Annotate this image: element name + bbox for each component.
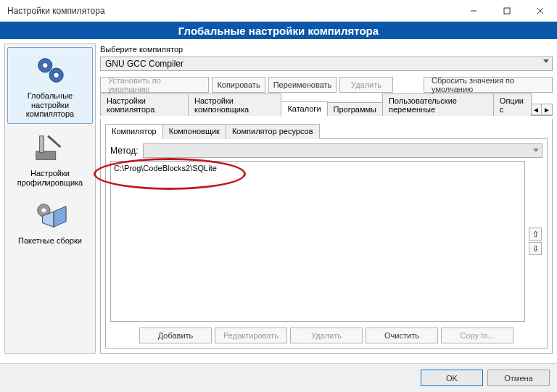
reset-defaults-button[interactable]: Сбросить значения по умолчанию [424, 77, 553, 93]
svg-marker-13 [54, 207, 66, 228]
svg-rect-1 [504, 8, 510, 14]
tab-scroll-right-button[interactable]: ► [541, 104, 553, 115]
copy-to-button[interactable]: Copy to... [441, 328, 513, 343]
sidebar-item-global-compiler[interactable]: Глобальные настройки компилятора [7, 47, 93, 124]
sidebar-item-batch-builds[interactable]: Пакетные сборки [7, 193, 93, 250]
tab-custom-vars[interactable]: Пользовательские переменные [382, 93, 494, 116]
arrow-down-icon: ⇩ [532, 244, 539, 254]
tab-scroll-left-button[interactable]: ◄ [530, 104, 542, 115]
tab-programs[interactable]: Программы [327, 102, 383, 116]
svg-rect-9 [40, 136, 44, 153]
main-panel: Выберите компилятор GNU GCC Compiler Уст… [100, 43, 553, 354]
sidebar-item-label: Пакетные сборки [9, 236, 91, 246]
profiler-icon [28, 130, 72, 166]
directory-list-item[interactable]: C:\Prog\CodeBlocks2\SQLite [114, 164, 521, 172]
tab-compiler-settings[interactable]: Настройки компилятора [100, 93, 189, 116]
tab-scroll: ◄ ► [531, 104, 553, 115]
rename-button[interactable]: Переименовать [268, 77, 337, 93]
maximize-button[interactable] [490, 0, 524, 22]
arrow-up-icon: ⇧ [532, 230, 539, 239]
category-sidebar: Глобальные настройки компилятора Настрой… [4, 43, 96, 354]
page-header: Глобальные настройки компилятора [0, 22, 557, 39]
svg-line-10 [48, 136, 60, 147]
subtab-linker[interactable]: Компоновщик [162, 124, 226, 139]
tab-build-options[interactable]: Опции с [493, 93, 532, 116]
move-down-button[interactable]: ⇩ [529, 242, 542, 255]
top-tabs: Настройки компилятора Настройки компонов… [100, 100, 553, 116]
directories-listbox[interactable]: C:\Prog\CodeBlocks2\SQLite [110, 161, 525, 322]
dialog-button-bar: OK Отмена [0, 363, 557, 392]
compiler-select-value: GNU GCC Compiler [105, 59, 183, 69]
subtab-resource-compiler[interactable]: Компилятор ресурсов [226, 124, 320, 139]
ok-button[interactable]: OK [421, 370, 483, 386]
sidebar-item-label: Настройки профилировщика [9, 169, 91, 187]
sidebar-item-label: Глобальные настройки компилятора [9, 91, 91, 119]
tab-linker-settings[interactable]: Настройки компоновщика [188, 93, 281, 116]
clear-dirs-button[interactable]: Очистить [366, 328, 438, 343]
svg-rect-8 [36, 151, 56, 160]
compiler-select[interactable]: GNU GCC Compiler [100, 57, 553, 71]
svg-point-12 [41, 209, 46, 213]
close-button[interactable] [524, 0, 557, 22]
add-dir-button[interactable]: Добавить [139, 328, 212, 343]
compiler-dirs-panel: Метод: C:\Prog\CodeBlocks2\SQLite ⇧ [105, 139, 548, 349]
titlebar: Настройки компилятора [0, 0, 557, 22]
batch-build-icon [28, 197, 72, 233]
tab-directories[interactable]: Каталоги [281, 101, 327, 116]
method-select[interactable] [143, 143, 542, 158]
chevron-down-icon [543, 59, 549, 63]
chevron-down-icon [533, 149, 539, 152]
directories-panel: Компилятор Компоновщик Компилятор ресурс… [100, 119, 553, 354]
svg-point-7 [54, 72, 59, 78]
page-header-title: Глобальные настройки компилятора [178, 25, 379, 37]
delete-dir-button[interactable]: Удалить [290, 328, 363, 343]
select-compiler-label: Выберите компилятор [100, 45, 553, 54]
main-area: Глобальные настройки компилятора Настрой… [0, 39, 557, 358]
window-title: Настройки компилятора [0, 6, 105, 16]
subtab-compiler[interactable]: Компилятор [105, 124, 163, 139]
minimize-button[interactable] [457, 0, 490, 22]
delete-compiler-button[interactable]: Удалить [339, 77, 393, 93]
gear-icon [28, 52, 72, 88]
copy-button[interactable]: Копировать [212, 77, 265, 93]
method-label: Метод: [110, 146, 139, 156]
sidebar-item-profiler[interactable]: Настройки профилировщика [7, 125, 93, 191]
subtab-strip: Компилятор Компоновщик Компилятор ресурс… [105, 123, 548, 139]
cancel-button[interactable]: Отмена [487, 370, 550, 386]
move-up-button[interactable]: ⇧ [529, 228, 542, 241]
edit-dir-button[interactable]: Редактировать [215, 328, 287, 343]
set-default-button[interactable]: Установить по умолчанию [100, 77, 209, 93]
svg-point-5 [42, 62, 48, 68]
